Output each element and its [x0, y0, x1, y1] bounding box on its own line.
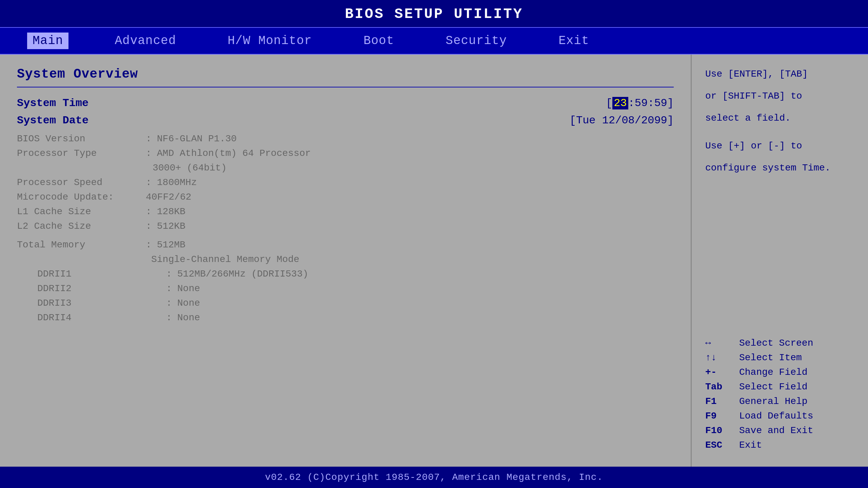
shortcut-key-tab: Tab: [705, 382, 739, 392]
ddrii3-row: DDRII3 : None: [37, 298, 674, 308]
processor-speed-row: Processor Speed : 1800MHz: [17, 177, 674, 188]
bios-version-colon: :: [146, 134, 152, 144]
processor-type-label: Processor Type: [17, 148, 146, 159]
menu-item-security[interactable]: Security: [440, 33, 512, 49]
menu-item-boot[interactable]: Boot: [358, 33, 399, 49]
l2-cache-value: 512KB: [157, 221, 185, 231]
help-text-5: configure system Time.: [705, 161, 854, 176]
l2-cache-label: L2 Cache Size: [17, 221, 146, 231]
shortcut-key-esc: ESC: [705, 440, 739, 450]
l2-cache-row: L2 Cache Size : 512KB: [17, 221, 674, 231]
shortcut-desc-load-defaults: Load Defaults: [739, 411, 813, 421]
processor-type-value: AMD Athlon(tm) 64 Processor: [157, 148, 311, 159]
system-time-highlight: 23: [612, 97, 628, 109]
microcode-row: Microcode Update: 40FF2/62: [17, 192, 674, 202]
info-block: BIOS Version : NF6-GLAN P1.30 Processor …: [17, 134, 674, 231]
ddrii2-label: DDRII2: [37, 283, 166, 294]
processor-type-value2: 3000+ (64bit): [153, 163, 674, 173]
ddrii3-colon: :: [166, 298, 172, 308]
ddrii3-value: None: [177, 298, 200, 308]
bios-title: BIOS SETUP UTILITY: [0, 0, 868, 27]
ddrii4-colon: :: [166, 312, 172, 323]
right-panel: Use [ENTER], [TAB] or [SHIFT-TAB] to sel…: [692, 55, 868, 467]
menu-item-hwmonitor[interactable]: H/W Monitor: [222, 33, 317, 49]
shortcut-change-field: +- Change Field: [705, 367, 854, 378]
bios-version-label: BIOS Version: [17, 134, 146, 144]
processor-type-colon: :: [146, 148, 152, 159]
system-date-row: System Date [Tue 12/08/2099]: [17, 114, 674, 127]
l1-cache-value: 128KB: [157, 206, 185, 217]
title-text: BIOS SETUP UTILITY: [345, 6, 523, 22]
help-text-3: select a field.: [705, 111, 854, 126]
menu-item-advanced[interactable]: Advanced: [109, 33, 181, 49]
shortcut-desc-save-exit: Save and Exit: [739, 425, 813, 436]
shortcut-f9: F9 Load Defaults: [705, 411, 854, 421]
shortcut-select-item: ↑↓ Select Item: [705, 352, 854, 363]
shortcuts-block: ↔ Select Screen ↑↓ Select Item +- Change…: [705, 338, 854, 454]
system-time-label: System Time: [17, 97, 88, 109]
footer-bar: v02.62 (C)Copyright 1985-2007, American …: [0, 467, 868, 488]
memory-block: Total Memory : 512MB Single-Channel Memo…: [17, 240, 674, 323]
system-date-label: System Date: [17, 114, 88, 127]
menu-item-main[interactable]: Main: [27, 33, 68, 49]
processor-speed-label: Processor Speed: [17, 177, 146, 188]
shortcut-key-updown: ↑↓: [705, 352, 739, 363]
shortcut-f1: F1 General Help: [705, 396, 854, 407]
shortcut-key-arrows: ↔: [705, 338, 739, 348]
shortcut-key-plusminus: +-: [705, 367, 739, 378]
total-memory-value: 512MB: [157, 240, 185, 250]
processor-speed-colon: :: [146, 177, 152, 188]
memory-mode-value: Single-Channel Memory Mode: [151, 254, 299, 265]
shortcut-select-screen: ↔ Select Screen: [705, 338, 854, 348]
shortcut-desc-exit: Exit: [739, 440, 762, 450]
l1-cache-row: L1 Cache Size : 128KB: [17, 206, 674, 217]
shortcut-key-f9: F9: [705, 411, 739, 421]
system-time-value[interactable]: [23:59:59]: [606, 97, 674, 109]
footer-text: v02.62 (C)Copyright 1985-2007, American …: [265, 472, 603, 483]
total-memory-colon: :: [146, 240, 152, 250]
shortcut-desc-general-help: General Help: [739, 396, 808, 407]
section-divider: [17, 87, 674, 87]
ddrii2-colon: :: [166, 283, 172, 294]
help-text-2: or [SHIFT-TAB] to: [705, 89, 854, 104]
shortcut-key-f1: F1: [705, 396, 739, 407]
ddrii1-row: DDRII1 : 512MB/266MHz (DDRII533): [37, 269, 674, 279]
ddrii2-value: None: [177, 283, 200, 294]
shortcut-f10: F10 Save and Exit: [705, 425, 854, 436]
menu-item-exit[interactable]: Exit: [553, 33, 594, 49]
ddrii2-row: DDRII2 : None: [37, 283, 674, 294]
ddrii1-value: 512MB/266MHz (DDRII533): [177, 269, 308, 279]
microcode-label: Microcode Update:: [17, 192, 146, 202]
shortcut-desc-change-field: Change Field: [739, 367, 808, 378]
processor-type-row: Processor Type : AMD Athlon(tm) 64 Proce…: [17, 148, 674, 159]
shortcut-desc-select-item: Select Item: [739, 352, 802, 363]
l1-cache-colon: :: [146, 206, 152, 217]
help-text-4: Use [+] or [-] to: [705, 139, 854, 154]
l2-cache-colon: :: [146, 221, 152, 231]
ddrii3-label: DDRII3: [37, 298, 166, 308]
shortcut-esc: ESC Exit: [705, 440, 854, 450]
l1-cache-label: L1 Cache Size: [17, 206, 146, 217]
total-memory-label: Total Memory: [17, 240, 146, 250]
shortcut-select-field: Tab Select Field: [705, 382, 854, 392]
help-text-1: Use [ENTER], [TAB]: [705, 67, 854, 82]
bios-version-value: NF6-GLAN P1.30: [157, 134, 237, 144]
ddrii1-colon: :: [166, 269, 172, 279]
total-memory-row: Total Memory : 512MB: [17, 240, 674, 250]
memory-mode-spacer: [17, 254, 146, 265]
ddrii4-value: None: [177, 312, 200, 323]
memory-mode-row: Single-Channel Memory Mode: [17, 254, 674, 265]
ddrii1-label: DDRII1: [37, 269, 166, 279]
section-title: System Overview: [17, 67, 674, 81]
ddrii4-row: DDRII4 : None: [37, 312, 674, 323]
system-time-row: System Time [23:59:59]: [17, 97, 674, 109]
shortcut-key-f10: F10: [705, 425, 739, 436]
help-block: Use [ENTER], [TAB] or [SHIFT-TAB] to sel…: [705, 67, 854, 183]
ddrii4-label: DDRII4: [37, 312, 166, 323]
processor-speed-value: 1800MHz: [157, 177, 197, 188]
bios-version-row: BIOS Version : NF6-GLAN P1.30: [17, 134, 674, 144]
system-date-value[interactable]: [Tue 12/08/2099]: [570, 114, 674, 127]
left-panel: System Overview System Time [23:59:59] S…: [0, 55, 692, 467]
menu-bar: Main Advanced H/W Monitor Boot Security …: [0, 27, 868, 55]
main-content: System Overview System Time [23:59:59] S…: [0, 55, 868, 467]
